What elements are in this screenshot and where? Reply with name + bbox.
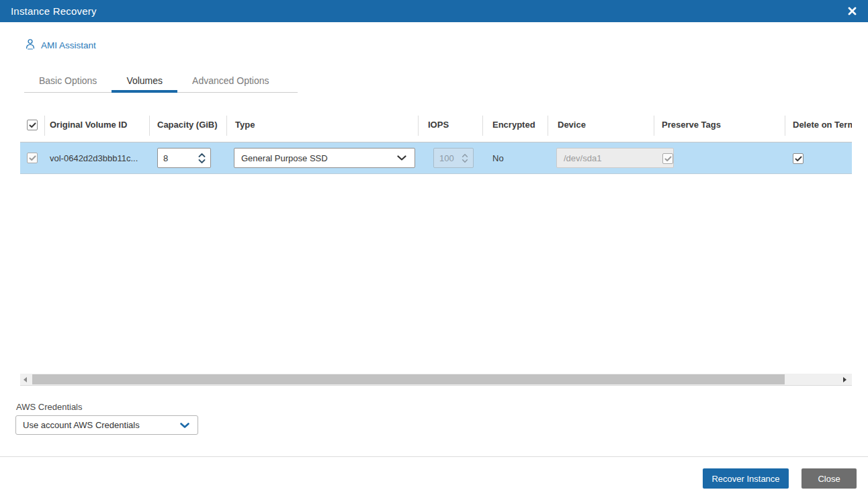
horizontal-scrollbar[interactable] <box>20 374 852 386</box>
aws-credentials-value: Use account AWS Credentials <box>16 420 180 430</box>
column-header-delete-on-termination: Delete on Term <box>793 120 852 130</box>
column-header-iops: IOPS <box>428 120 449 130</box>
column-header-device: Device <box>558 120 586 130</box>
preserve-tags-checkbox <box>662 153 673 164</box>
spin-down-icon <box>462 159 468 163</box>
column-header-encrypted: Encrypted <box>492 120 535 130</box>
column-separator <box>418 116 419 136</box>
assistant-person-icon <box>25 38 36 52</box>
volumes-table-header: Original Volume ID Capacity (GiB) Type I… <box>20 111 852 142</box>
volume-id-text: vol-0642d2d3bbb11c... <box>50 153 138 163</box>
column-separator <box>226 116 227 136</box>
iops-spinner <box>433 148 474 168</box>
scroll-left-icon[interactable] <box>24 377 27 382</box>
capacity-spinner[interactable] <box>157 148 211 168</box>
spin-down-icon <box>198 159 206 163</box>
tab-volumes[interactable]: Volumes <box>112 69 177 92</box>
column-header-capacity: Capacity (GiB) <box>157 120 218 130</box>
select-all-checkbox[interactable] <box>27 120 38 130</box>
ami-assistant-label: AMI Assistant <box>41 40 96 50</box>
column-separator <box>44 116 45 136</box>
volume-type-select[interactable]: General Purpose SSD <box>234 148 415 168</box>
chevron-down-icon <box>180 423 198 428</box>
column-separator <box>482 116 483 136</box>
aws-credentials-label: AWS Credentials <box>16 402 83 412</box>
scrollbar-thumb[interactable] <box>32 374 785 384</box>
aws-credentials-select[interactable]: Use account AWS Credentials <box>15 415 198 435</box>
iops-input <box>434 149 459 167</box>
recover-instance-button[interactable]: Recover Instance <box>703 468 789 489</box>
column-header-preserve-tags: Preserve Tags <box>662 120 721 130</box>
spin-up-icon <box>462 154 468 157</box>
close-icon[interactable] <box>847 6 857 17</box>
column-separator <box>785 116 785 136</box>
spinner-arrows <box>459 154 473 163</box>
device-input <box>556 148 674 168</box>
dialog-titlebar: Instance Recovery <box>0 0 868 22</box>
delete-on-termination-checkbox[interactable] <box>793 153 804 164</box>
encrypted-value: No <box>492 153 504 163</box>
scroll-right-icon[interactable] <box>843 377 847 382</box>
ami-assistant-link[interactable]: AMI Assistant <box>25 38 96 52</box>
column-header-type: Type <box>235 120 255 130</box>
instance-recovery-dialog: Instance Recovery AMI Assistant Basic Op… <box>0 0 868 500</box>
chevron-down-icon <box>397 155 415 161</box>
tab-basic-options[interactable]: Basic Options <box>24 69 112 92</box>
column-separator <box>149 116 150 136</box>
footer-divider <box>0 456 868 457</box>
column-header-original-volume-id: Original Volume ID <box>50 120 127 130</box>
column-separator <box>548 116 548 136</box>
volume-type-value: General Purpose SSD <box>234 153 397 163</box>
device-input-field <box>557 149 673 167</box>
close-button[interactable]: Close <box>801 468 857 489</box>
volume-table-row[interactable]: vol-0642d2d3bbb11c... General Purpose SS… <box>20 142 852 174</box>
column-separator <box>654 116 654 136</box>
tab-advanced-options[interactable]: Advanced Options <box>177 69 284 92</box>
tab-strip: Basic Options Volumes Advanced Options <box>24 69 298 93</box>
row-select-checkbox <box>27 153 38 163</box>
spinner-arrows <box>196 153 210 163</box>
capacity-input[interactable] <box>158 149 196 167</box>
spin-up-icon <box>198 153 206 157</box>
dialog-title: Instance Recovery <box>11 5 97 17</box>
